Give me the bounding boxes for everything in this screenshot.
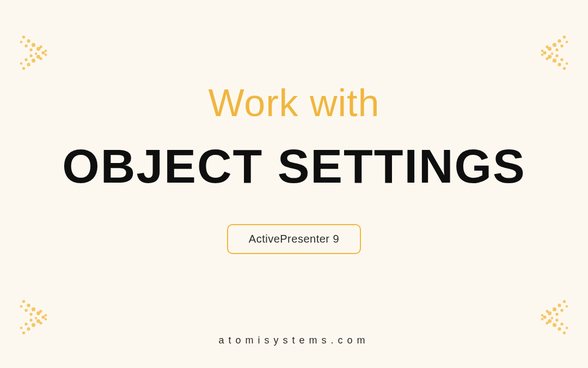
product-badge: ActivePresenter 9	[227, 224, 361, 254]
heading-main: OBJECT SETTINGS	[62, 138, 525, 194]
heading-top: Work with	[209, 81, 380, 125]
main-content: Work with OBJECT SETTINGS ActivePresente…	[0, 0, 588, 368]
footer-website: atomisystems.com	[0, 335, 588, 346]
